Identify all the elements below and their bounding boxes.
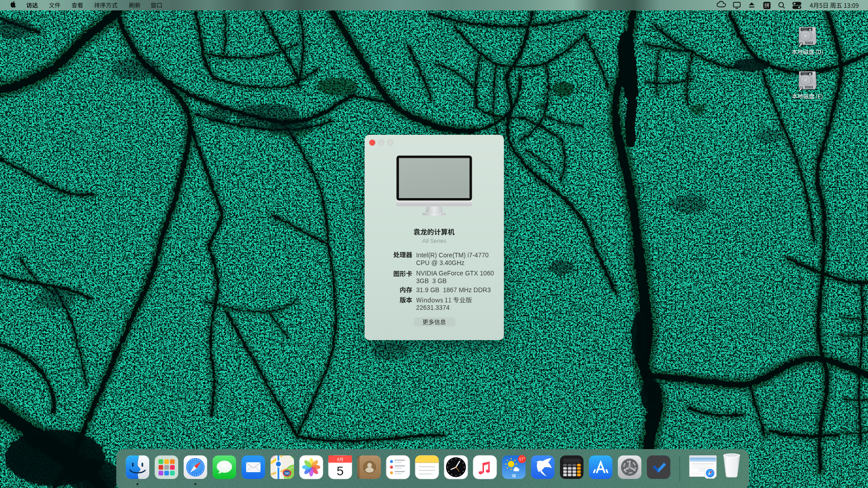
svg-text:31.9 GB 1867 MHz DDR3: 31.9 GB 1867 MHz DDR3 bbox=[416, 286, 491, 294]
svg-text:17°: 17° bbox=[519, 457, 525, 461]
svg-text:280: 280 bbox=[285, 472, 289, 475]
svg-text:5: 5 bbox=[337, 464, 344, 478]
svg-text:3GB 3 GB: 3GB 3 GB bbox=[416, 277, 447, 284]
svg-text:All Series: All Series bbox=[422, 238, 446, 244]
svg-text:Intel(R) Core(TM) i7-4770: Intel(R) Core(TM) i7-4770 bbox=[416, 251, 489, 259]
svg-text:CPU @ 3.40GHz: CPU @ 3.40GHz bbox=[416, 259, 465, 266]
svg-text:22631.3374: 22631.3374 bbox=[416, 304, 450, 311]
svg-text:NVIDIA GeForce GTX 1060: NVIDIA GeForce GTX 1060 bbox=[416, 270, 494, 277]
